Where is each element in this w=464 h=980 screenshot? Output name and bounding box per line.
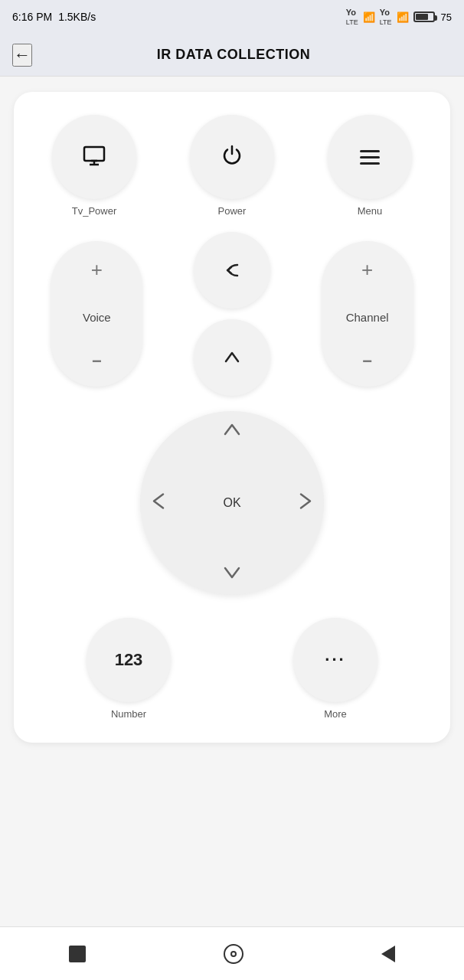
battery-icon bbox=[413, 11, 435, 22]
dpad-up-button[interactable] bbox=[224, 423, 240, 439]
signal-icon-2: YoLTE bbox=[380, 8, 392, 26]
menu-icon bbox=[360, 150, 380, 165]
svg-rect-0 bbox=[84, 147, 104, 161]
nav-home-icon bbox=[224, 944, 243, 964]
nav-home-button[interactable] bbox=[224, 944, 243, 964]
remote-card: Tv_Power Power bbox=[14, 92, 450, 743]
nav-bar bbox=[0, 926, 464, 980]
more-value: ··· bbox=[325, 650, 345, 670]
number-value: 123 bbox=[115, 650, 143, 670]
dpad-down-button[interactable] bbox=[224, 567, 240, 583]
signal-bars-2: 📶 bbox=[397, 11, 409, 23]
status-right: YoLTE 📶 YoLTE 📶 75 bbox=[346, 8, 452, 26]
power-wrap: Power bbox=[190, 115, 274, 217]
power-icon bbox=[220, 143, 244, 172]
power-button[interactable] bbox=[190, 115, 274, 199]
signal-icon-1: YoLTE bbox=[346, 8, 358, 26]
up-icon bbox=[222, 348, 242, 368]
main-content: Tv_Power Power bbox=[0, 77, 464, 926]
channel-text: Channel bbox=[346, 311, 389, 324]
middle-row: + Voice − bbox=[29, 232, 435, 396]
menu-label: Menu bbox=[358, 205, 383, 217]
status-left: 6:16 PM 1.5KB/s bbox=[12, 11, 96, 23]
tv-power-button[interactable] bbox=[52, 115, 136, 199]
bottom-row: 123 Number ··· More bbox=[29, 618, 435, 720]
channel-button[interactable]: + Channel − bbox=[322, 241, 413, 387]
tv-power-icon bbox=[82, 143, 106, 172]
power-label: Power bbox=[218, 205, 247, 217]
top-row: Tv_Power Power bbox=[29, 115, 435, 217]
dpad-right-icon bbox=[299, 493, 312, 510]
nav-back-button[interactable] bbox=[381, 946, 395, 962]
more-wrap: ··· More bbox=[293, 618, 377, 720]
voice-text: Voice bbox=[83, 311, 111, 324]
more-label: More bbox=[324, 708, 347, 720]
tv-power-label: Tv_Power bbox=[72, 205, 117, 217]
tv-power-wrap: Tv_Power bbox=[52, 115, 136, 217]
nav-square-icon bbox=[69, 946, 86, 962]
voice-wrap: + Voice − bbox=[51, 241, 142, 387]
network-speed: 1.5KB/s bbox=[58, 11, 96, 23]
back-remote-icon bbox=[221, 259, 243, 282]
channel-wrap: + Channel − bbox=[322, 241, 413, 387]
status-bar: 6:16 PM 1.5KB/s YoLTE 📶 YoLTE 📶 75 bbox=[0, 0, 464, 34]
signal-bars-1: 📶 bbox=[363, 11, 375, 23]
dpad: OK bbox=[140, 411, 324, 595]
battery-percent: 75 bbox=[441, 11, 452, 23]
dpad-ok-button[interactable]: OK bbox=[223, 496, 240, 510]
voice-plus-icon: + bbox=[91, 258, 103, 282]
nav-back-icon bbox=[381, 946, 395, 962]
voice-button[interactable]: + Voice − bbox=[51, 241, 142, 387]
dpad-down-icon bbox=[224, 567, 240, 579]
page-title: IR DATA COLLECTION bbox=[44, 47, 423, 63]
center-col bbox=[194, 232, 270, 396]
back-remote-button[interactable] bbox=[194, 232, 270, 309]
back-button[interactable]: ← bbox=[12, 44, 32, 67]
menu-button[interactable] bbox=[328, 115, 412, 199]
dpad-left-icon bbox=[152, 493, 165, 510]
time: 6:16 PM bbox=[12, 11, 52, 23]
nav-square-button[interactable] bbox=[69, 946, 86, 962]
menu-wrap: Menu bbox=[328, 115, 412, 217]
number-wrap: 123 Number bbox=[87, 618, 171, 720]
dpad-up-icon bbox=[224, 423, 240, 436]
channel-plus-icon: + bbox=[361, 258, 373, 282]
voice-minus-icon: − bbox=[92, 353, 102, 370]
channel-minus-icon: − bbox=[362, 353, 372, 370]
dpad-right-button[interactable] bbox=[299, 493, 312, 514]
up-button[interactable] bbox=[194, 319, 270, 396]
more-button[interactable]: ··· bbox=[293, 618, 377, 702]
dpad-left-button[interactable] bbox=[152, 493, 165, 514]
number-button[interactable]: 123 bbox=[87, 618, 171, 702]
number-label: Number bbox=[111, 708, 146, 720]
header: ← IR DATA COLLECTION bbox=[0, 34, 464, 77]
